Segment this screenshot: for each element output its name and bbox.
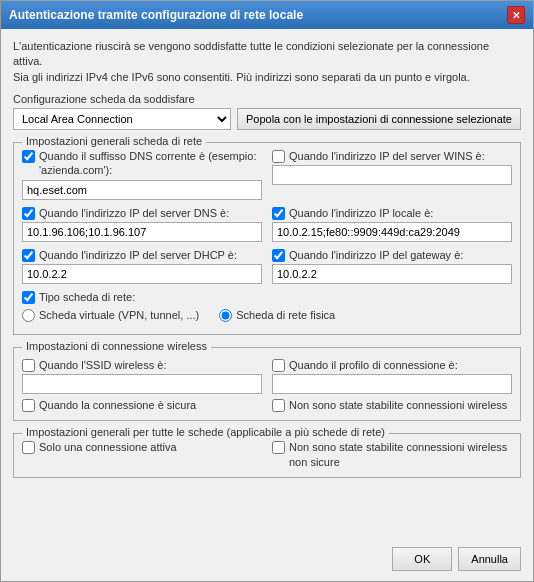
field9-group: Quando la connessione è sicura: [22, 398, 262, 412]
field4-input[interactable]: [272, 222, 512, 242]
config-schema-label: Configurazione scheda da soddisfare: [13, 93, 521, 105]
title-bar: Autenticazione tramite configurazione di…: [1, 1, 533, 29]
field12-group: Non sono state stabilite connessioni wir…: [272, 440, 512, 469]
network-type-checkbox[interactable]: [22, 291, 35, 304]
field5-input[interactable]: [22, 264, 262, 284]
connection-dropdown[interactable]: Local Area Connection: [13, 108, 231, 130]
field6-label[interactable]: Quando l'indirizzo IP del gateway è:: [272, 248, 512, 262]
field12-label[interactable]: Non sono state stabilite connessioni wir…: [272, 440, 512, 469]
field8-input[interactable]: [272, 374, 512, 394]
dialog-body: L'autenticazione riuscirà se vengono sod…: [1, 29, 533, 541]
main-dialog: Autenticazione tramite configurazione di…: [0, 0, 534, 582]
field11-checkbox[interactable]: [22, 441, 35, 454]
title-bar-controls: ✕: [507, 6, 525, 24]
field11-group: Solo una connessione attiva: [22, 440, 262, 469]
bottom-fields-grid: Solo una connessione attiva Non sono sta…: [22, 440, 512, 469]
field5-label[interactable]: Quando l'indirizzo IP del server DHCP è:: [22, 248, 262, 262]
field10-group: Non sono state stabilite connessioni wir…: [272, 398, 512, 412]
field10-label[interactable]: Non sono state stabilite connessioni wir…: [272, 398, 512, 412]
field5-group: Quando l'indirizzo IP del server DHCP è:: [22, 248, 262, 284]
field4-label[interactable]: Quando l'indirizzo IP locale è:: [272, 206, 512, 220]
description-text: L'autenticazione riuscirà se vengono sod…: [13, 39, 521, 85]
field1-group: Quando il suffisso DNS corrente è (esemp…: [22, 149, 262, 200]
field2-label[interactable]: Quando l'indirizzo IP del server WINS è:: [272, 149, 512, 163]
general-group-title: Impostazioni generali scheda di rete: [22, 135, 206, 147]
radio-physical-label[interactable]: Scheda di rete fisica: [219, 309, 335, 322]
wireless-section: Impostazioni di connessione wireless Qua…: [13, 347, 521, 422]
bottom-group-title: Impostazioni generali per tutte le sched…: [22, 426, 389, 438]
field3-checkbox[interactable]: [22, 207, 35, 220]
populate-button[interactable]: Popola con le impostazioni di connession…: [237, 108, 521, 130]
general-network-group: Impostazioni generali scheda di rete Qua…: [13, 142, 521, 334]
radio-virtual[interactable]: [22, 309, 35, 322]
field11-label[interactable]: Solo una connessione attiva: [22, 440, 262, 454]
bottom-section: Impostazioni generali per tutte le sched…: [13, 433, 521, 478]
field8-label[interactable]: Quando il profilo di connessione è:: [272, 358, 512, 372]
field12-checkbox[interactable]: [272, 441, 285, 454]
dropdown-row: Local Area Connection Popola con le impo…: [13, 108, 521, 130]
wireless-group-title: Impostazioni di connessione wireless: [22, 340, 211, 352]
field8-checkbox[interactable]: [272, 359, 285, 372]
config-schema-section: Configurazione scheda da soddisfare Loca…: [13, 93, 521, 130]
field1-input[interactable]: [22, 180, 262, 200]
dialog-title: Autenticazione tramite configurazione di…: [9, 8, 303, 22]
field2-checkbox[interactable]: [272, 150, 285, 163]
field9-label[interactable]: Quando la connessione è sicura: [22, 398, 262, 412]
ok-button[interactable]: OK: [392, 547, 452, 571]
radio-virtual-label[interactable]: Scheda virtuale (VPN, tunnel, ...): [22, 309, 199, 322]
field7-group: Quando l'SSID wireless è:: [22, 358, 262, 394]
field6-group: Quando l'indirizzo IP del gateway è:: [272, 248, 512, 284]
field4-checkbox[interactable]: [272, 207, 285, 220]
field3-input[interactable]: [22, 222, 262, 242]
network-type-row: Tipo scheda di rete: Scheda virtuale (VP…: [22, 290, 512, 325]
network-type-label[interactable]: Tipo scheda di rete:: [22, 290, 512, 304]
close-button[interactable]: ✕: [507, 6, 525, 24]
field1-checkbox[interactable]: [22, 150, 35, 163]
field10-checkbox[interactable]: [272, 399, 285, 412]
field4-group: Quando l'indirizzo IP locale è:: [272, 206, 512, 242]
field2-input[interactable]: [272, 165, 512, 185]
field1-label[interactable]: Quando il suffisso DNS corrente è (esemp…: [22, 149, 262, 178]
field3-group: Quando l'indirizzo IP del server DNS è:: [22, 206, 262, 242]
wireless-fields-grid: Quando l'SSID wireless è: Quando il prof…: [22, 358, 512, 413]
field3-label[interactable]: Quando l'indirizzo IP del server DNS è:: [22, 206, 262, 220]
general-fields-grid: Quando il suffisso DNS corrente è (esemp…: [22, 149, 512, 284]
field6-input[interactable]: [272, 264, 512, 284]
field7-input[interactable]: [22, 374, 262, 394]
field7-checkbox[interactable]: [22, 359, 35, 372]
radio-group: Scheda virtuale (VPN, tunnel, ...) Sched…: [22, 305, 512, 326]
field6-checkbox[interactable]: [272, 249, 285, 262]
cancel-button[interactable]: Annulla: [458, 547, 521, 571]
dialog-footer: OK Annulla: [1, 541, 533, 581]
field8-group: Quando il profilo di connessione è:: [272, 358, 512, 394]
field9-checkbox[interactable]: [22, 399, 35, 412]
field7-label[interactable]: Quando l'SSID wireless è:: [22, 358, 262, 372]
field2-group: Quando l'indirizzo IP del server WINS è:: [272, 149, 512, 200]
radio-physical[interactable]: [219, 309, 232, 322]
field5-checkbox[interactable]: [22, 249, 35, 262]
